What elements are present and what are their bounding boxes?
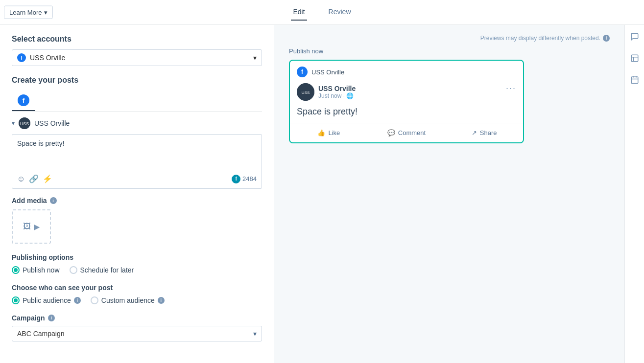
custom-audience-label: Custom audience <box>101 296 155 304</box>
main-layout: Select accounts f USS Orville ▾ Create y… <box>0 25 644 363</box>
share-icon: ↗ <box>472 129 477 136</box>
facebook-icon-small: f <box>17 53 26 62</box>
right-panel: Previews may display differently when po… <box>274 25 624 363</box>
fb-header-icon: f <box>297 67 308 77</box>
fb-post-avatar: USS <box>297 83 314 101</box>
account-select-dropdown[interactable]: f USS Orville ▾ <box>12 49 262 66</box>
emoji-icon[interactable]: ☺ <box>17 175 25 183</box>
comment-icon: 💬 <box>387 129 395 136</box>
share-label: Share <box>480 129 497 136</box>
audience-label: Choose who can see your post <box>12 284 262 292</box>
public-audience-option[interactable]: Public audience i <box>12 296 81 304</box>
campaign-info-icon: i <box>48 315 55 321</box>
fb-account-name: USS Orville <box>318 85 356 92</box>
layout-icon[interactable] <box>628 51 642 65</box>
custom-audience-radio[interactable] <box>91 296 98 304</box>
publish-now-option[interactable]: Publish now <box>12 266 60 274</box>
fb-post-content: Space is pretty! <box>290 103 523 123</box>
media-upload-box[interactable]: 🖼 ▶ <box>12 209 51 244</box>
schedule-later-label: Schedule for later <box>80 266 134 274</box>
publishing-options-title: Publishing options <box>12 253 262 261</box>
tab-edit[interactable]: Edit <box>291 4 307 21</box>
image-icon: 🖼 <box>23 222 31 231</box>
facebook-preview-card: f USS Orville USS USS Orville Just now ·… <box>289 60 524 143</box>
preview-note: Previews may display differently when po… <box>289 35 610 42</box>
account-avatar: USS <box>19 117 30 129</box>
public-audience-info-icon: i <box>74 297 81 304</box>
lightning-icon[interactable]: ⚡ <box>43 174 52 183</box>
custom-audience-option[interactable]: Custom audience i <box>91 296 165 304</box>
chevron-down-icon: ▾ <box>44 9 48 16</box>
learn-more-label: Learn More <box>9 9 42 16</box>
char-count: f 2484 <box>232 175 257 183</box>
public-audience-radio[interactable] <box>12 296 20 304</box>
add-media-label: Add media i <box>12 197 262 204</box>
fb-more-options-icon[interactable]: ··· <box>506 83 516 93</box>
account-select-left: f USS Orville <box>17 53 65 62</box>
select-accounts-title: Select accounts <box>12 35 262 44</box>
schedule-later-option[interactable]: Schedule for later <box>70 266 134 274</box>
campaign-label: Campaign i <box>12 314 262 322</box>
add-media-text: Add media <box>12 197 47 204</box>
account-select-chevron-icon: ▾ <box>253 54 257 62</box>
svg-text:USS: USS <box>302 91 310 95</box>
fb-post-meta: USS USS Orville Just now · 🌐 ··· <box>290 79 523 103</box>
preview-note-text: Previews may display differently when po… <box>480 35 600 42</box>
preview-note-info-icon: i <box>603 35 610 42</box>
comment-label: Comment <box>398 129 426 136</box>
publishing-radio-group: Publish now Schedule for later <box>12 266 262 274</box>
facebook-tab-icon: f <box>18 94 29 106</box>
main-tabs: Edit Review <box>291 4 353 21</box>
like-icon: 👍 <box>317 129 325 136</box>
right-sidebar <box>624 25 644 363</box>
post-editor: ☺ 🔗 ⚡ f 2484 <box>12 134 262 189</box>
post-tab-facebook[interactable]: f <box>12 91 35 111</box>
fb-avatar-image: USS <box>297 83 314 101</box>
fb-comment-button[interactable]: 💬 Comment <box>368 125 446 140</box>
svg-rect-7 <box>631 77 638 84</box>
fb-meta-info: USS Orville Just now · 🌐 <box>318 85 356 99</box>
campaign-dropdown[interactable]: ABC Campaign ▾ <box>12 326 262 341</box>
selected-account-name: USS Orville <box>30 54 65 62</box>
publish-now-label: Publish now <box>23 266 60 274</box>
chat-bubbles-icon[interactable] <box>628 30 642 44</box>
toolbar-icons: ☺ 🔗 ⚡ <box>17 174 52 183</box>
like-label: Like <box>328 129 340 136</box>
left-panel: Select accounts f USS Orville ▾ Create y… <box>0 25 274 363</box>
calendar-icon[interactable] <box>628 73 642 87</box>
fb-page-name-header: USS Orville <box>311 68 344 76</box>
post-toolbar: ☺ 🔗 ⚡ f 2484 <box>17 174 257 183</box>
add-media-info-icon: i <box>50 197 57 204</box>
publish-now-radio[interactable] <box>12 266 20 274</box>
account-collapse-icon[interactable]: ▾ <box>12 120 15 127</box>
create-posts-title: Create your posts <box>12 76 262 85</box>
svg-text:USS: USS <box>20 121 29 126</box>
fb-like-button[interactable]: 👍 Like <box>290 125 368 140</box>
account-row: ▾ USS USS Orville <box>12 117 262 129</box>
top-bar: Learn More ▾ Edit Review <box>0 0 644 25</box>
attachment-icon[interactable]: 🔗 <box>29 174 39 183</box>
svg-rect-4 <box>631 55 638 62</box>
fb-card-header: f USS Orville <box>290 61 523 79</box>
publish-now-preview-label: Publish now <box>289 47 610 55</box>
fb-post-time: Just now · 🌐 <box>318 92 356 99</box>
learn-more-button[interactable]: Learn More ▾ <box>4 6 53 19</box>
public-audience-label: Public audience <box>23 296 71 304</box>
char-count-icon: f <box>232 175 240 183</box>
campaign-label-text: Campaign <box>12 314 45 322</box>
fb-actions: 👍 Like 💬 Comment ↗ Share <box>290 123 523 142</box>
tab-review[interactable]: Review <box>327 4 353 21</box>
char-count-value: 2484 <box>242 175 257 182</box>
custom-audience-info-icon: i <box>158 297 165 304</box>
fb-share-button[interactable]: ↗ Share <box>445 125 523 140</box>
account-avatar-image: USS <box>19 117 30 129</box>
fb-meta-left: USS USS Orville Just now · 🌐 <box>297 83 356 101</box>
campaign-chevron-icon: ▾ <box>253 330 257 338</box>
campaign-value: ABC Campaign <box>17 330 65 338</box>
video-icon: ▶ <box>34 222 40 231</box>
account-display-name: USS Orville <box>34 119 70 127</box>
post-text-input[interactable] <box>17 139 257 169</box>
post-tabs-row: f <box>12 91 262 112</box>
audience-radio-group: Public audience i Custom audience i <box>12 296 262 304</box>
schedule-later-radio[interactable] <box>70 266 77 274</box>
